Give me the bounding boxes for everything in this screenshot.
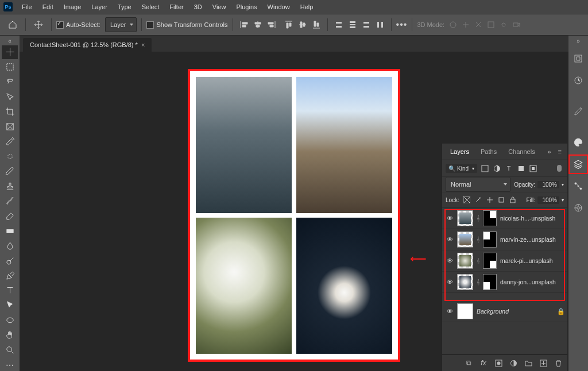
auto-select-toggle[interactable]: Auto-Select: <box>56 21 100 29</box>
gradient-tool[interactable] <box>2 224 18 238</box>
align-right-icon[interactable] <box>265 18 278 31</box>
path-select-tool[interactable] <box>2 298 18 312</box>
tab-paths[interactable]: Paths <box>476 146 501 157</box>
layer-mask[interactable] <box>483 274 497 290</box>
hand-tool[interactable] <box>2 328 18 342</box>
layer-row[interactable]: 👁 𝄞 danny-jon...unsplash <box>442 272 567 293</box>
marquee-tool[interactable] <box>2 60 18 74</box>
menu-3d[interactable]: 3D <box>189 2 207 12</box>
menu-help[interactable]: Help <box>296 2 318 12</box>
blur-tool[interactable] <box>2 239 18 253</box>
crop-tool[interactable] <box>2 105 18 119</box>
color-panel-icon[interactable] <box>570 134 586 150</box>
menu-select[interactable]: Select <box>137 2 164 12</box>
learn-panel-icon[interactable] <box>570 51 586 67</box>
visibility-icon[interactable]: 👁 <box>446 257 454 264</box>
menu-view[interactable]: View <box>208 2 231 12</box>
show-transform-toggle[interactable]: Show Transform Controls <box>146 21 227 29</box>
visibility-icon[interactable]: 👁 <box>446 236 454 243</box>
align-left-icon[interactable] <box>238 18 250 31</box>
filter-pixel-icon[interactable] <box>480 164 489 173</box>
more-options-icon[interactable]: ••• <box>396 20 408 30</box>
align-top-icon[interactable] <box>283 18 295 31</box>
filter-toggle[interactable] <box>555 164 564 173</box>
fx-icon[interactable]: fx <box>479 358 488 368</box>
fill-field[interactable]: Fill: 100%▾ <box>526 196 564 204</box>
trash-icon[interactable] <box>554 358 563 368</box>
link-layers-icon[interactable]: ⧉ <box>464 358 473 368</box>
layer-row[interactable]: 👁 𝄞 marvin-ze...unsplash <box>442 229 567 250</box>
pen-tool[interactable] <box>2 269 18 283</box>
visibility-icon[interactable]: 👁 <box>446 308 454 315</box>
layer-name[interactable]: marvin-ze...unsplash <box>500 236 564 243</box>
filter-adjust-icon[interactable] <box>492 164 501 173</box>
distribute-top-icon[interactable] <box>332 18 345 31</box>
close-icon[interactable]: × <box>141 41 145 48</box>
visibility-icon[interactable]: 👁 <box>446 215 454 222</box>
filter-smart-icon[interactable] <box>528 164 537 173</box>
menu-window[interactable]: Window <box>263 2 295 12</box>
filter-shape-icon[interactable] <box>516 164 525 173</box>
collapse-icon[interactable]: » <box>577 38 580 45</box>
frame-tool[interactable] <box>2 119 18 134</box>
tab-layers[interactable]: Layers <box>446 146 474 157</box>
channels-panel-icon[interactable] <box>570 200 586 216</box>
menu-edit[interactable]: Edit <box>38 2 58 12</box>
layer-mask[interactable] <box>483 231 497 248</box>
collapse-icon[interactable]: « <box>8 38 11 45</box>
type-tool[interactable] <box>2 284 18 298</box>
tab-channels[interactable]: Channels <box>504 146 539 157</box>
eyedropper-tool[interactable] <box>2 134 18 149</box>
zoom-tool[interactable] <box>2 343 18 357</box>
blend-mode-select[interactable]: Normal <box>446 177 510 192</box>
layer-background[interactable]: 👁 Background 🔒 <box>442 301 567 322</box>
edit-toolbar[interactable]: ⋯ <box>2 358 18 371</box>
panel-menu-icon[interactable]: ≡ <box>556 148 564 155</box>
opacity-value[interactable]: 100% <box>537 181 559 188</box>
menu-file[interactable]: File <box>17 2 37 12</box>
menu-image[interactable]: Image <box>59 2 86 12</box>
visibility-icon[interactable]: 👁 <box>446 279 454 285</box>
shape-tool[interactable] <box>2 313 18 327</box>
align-hcenter-icon[interactable] <box>252 18 264 31</box>
history-panel-icon[interactable] <box>570 72 586 88</box>
stamp-tool[interactable] <box>2 179 18 194</box>
dodge-tool[interactable] <box>2 254 18 268</box>
layer-name[interactable]: Background <box>477 308 554 315</box>
healing-tool[interactable] <box>2 149 18 164</box>
menu-filter[interactable]: Filter <box>165 2 188 12</box>
move-tool-icon[interactable] <box>30 17 47 33</box>
layer-row[interactable]: 👁 𝄞 nicolas-h...-unsplash <box>442 208 567 229</box>
paths-panel-icon[interactable] <box>570 178 586 194</box>
filter-kind[interactable]: 🔍Kind▾ <box>446 164 477 173</box>
fill-value[interactable]: 100% <box>537 196 559 204</box>
layer-mask[interactable] <box>483 253 497 269</box>
layers-panel-icon[interactable] <box>570 156 586 172</box>
lock-position-icon[interactable] <box>486 196 494 204</box>
distribute-vcenter-icon[interactable] <box>346 18 359 31</box>
brush-panel-icon[interactable] <box>570 103 586 119</box>
home-icon[interactable] <box>5 17 21 33</box>
distribute-h-icon[interactable] <box>374 18 386 31</box>
menu-type[interactable]: Type <box>113 2 136 12</box>
group-icon[interactable] <box>524 358 533 368</box>
layer-name[interactable]: marek-pi...unsplash <box>500 257 564 264</box>
move-tool[interactable] <box>2 45 18 60</box>
layer-name[interactable]: danny-jon...unsplash <box>500 279 564 285</box>
lasso-tool[interactable] <box>2 75 18 89</box>
layer-name[interactable]: nicolas-h...-unsplash <box>500 215 564 222</box>
new-layer-icon[interactable] <box>539 358 548 368</box>
brush-tool[interactable] <box>2 164 18 179</box>
lock-artboard-icon[interactable] <box>497 196 505 204</box>
menu-plugins[interactable]: Plugins <box>231 2 261 12</box>
opacity-field[interactable]: Opacity: 100%▾ <box>514 181 564 188</box>
quick-select-tool[interactable] <box>2 90 18 104</box>
lock-transparent-icon[interactable] <box>463 196 471 204</box>
layer-row[interactable]: 👁 𝄞 marek-pi...unsplash <box>442 250 567 272</box>
filter-type-icon[interactable]: T <box>504 164 513 173</box>
adjustment-icon[interactable] <box>509 358 518 368</box>
lock-pixels-icon[interactable] <box>474 196 482 204</box>
document-tab[interactable]: ContactSheet-001 @ 12.5% (RGB/8) * × <box>23 38 152 52</box>
eraser-tool[interactable] <box>2 209 18 223</box>
layer-mask[interactable] <box>483 210 497 226</box>
